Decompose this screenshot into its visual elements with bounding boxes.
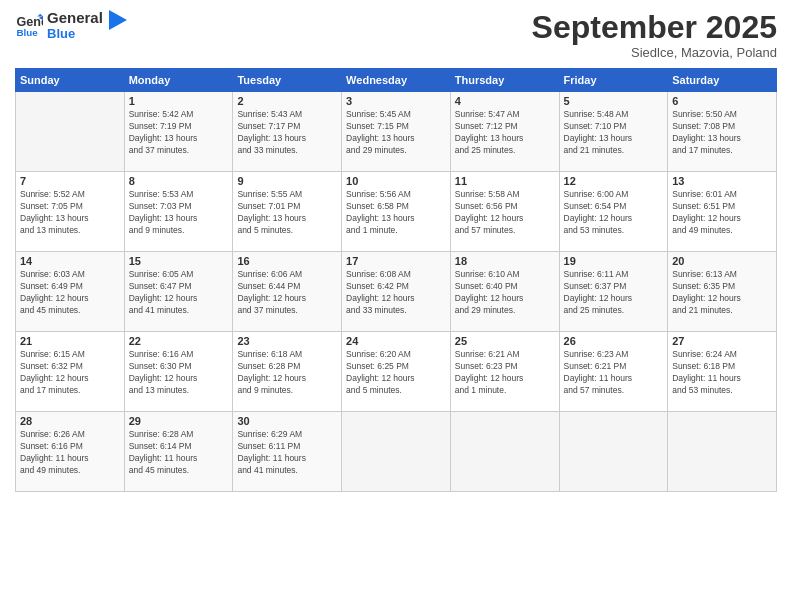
day-info: Sunrise: 6:03 AMSunset: 6:49 PMDaylight:… xyxy=(20,269,120,317)
day-info: Sunrise: 5:45 AMSunset: 7:15 PMDaylight:… xyxy=(346,109,446,157)
day-number: 1 xyxy=(129,95,229,107)
calendar-cell: 17Sunrise: 6:08 AMSunset: 6:42 PMDayligh… xyxy=(342,252,451,332)
day-number: 3 xyxy=(346,95,446,107)
calendar-cell: 21Sunrise: 6:15 AMSunset: 6:32 PMDayligh… xyxy=(16,332,125,412)
page: General Blue General Blue September 2025… xyxy=(0,0,792,612)
day-info: Sunrise: 5:48 AMSunset: 7:10 PMDaylight:… xyxy=(564,109,664,157)
day-info: Sunrise: 6:28 AMSunset: 6:14 PMDaylight:… xyxy=(129,429,229,477)
day-number: 4 xyxy=(455,95,555,107)
day-info: Sunrise: 6:21 AMSunset: 6:23 PMDaylight:… xyxy=(455,349,555,397)
day-info: Sunrise: 6:23 AMSunset: 6:21 PMDaylight:… xyxy=(564,349,664,397)
day-number: 11 xyxy=(455,175,555,187)
day-number: 17 xyxy=(346,255,446,267)
day-info: Sunrise: 5:47 AMSunset: 7:12 PMDaylight:… xyxy=(455,109,555,157)
day-number: 6 xyxy=(672,95,772,107)
calendar-cell: 9Sunrise: 5:55 AMSunset: 7:01 PMDaylight… xyxy=(233,172,342,252)
calendar-cell: 28Sunrise: 6:26 AMSunset: 6:16 PMDayligh… xyxy=(16,412,125,492)
calendar-cell: 15Sunrise: 6:05 AMSunset: 6:47 PMDayligh… xyxy=(124,252,233,332)
day-number: 2 xyxy=(237,95,337,107)
svg-text:Blue: Blue xyxy=(16,28,38,39)
day-number: 25 xyxy=(455,335,555,347)
calendar-header-row: SundayMondayTuesdayWednesdayThursdayFrid… xyxy=(16,69,777,92)
logo-chevron-icon xyxy=(109,10,127,30)
calendar-cell: 24Sunrise: 6:20 AMSunset: 6:25 PMDayligh… xyxy=(342,332,451,412)
day-info: Sunrise: 5:53 AMSunset: 7:03 PMDaylight:… xyxy=(129,189,229,237)
calendar-cell: 12Sunrise: 6:00 AMSunset: 6:54 PMDayligh… xyxy=(559,172,668,252)
calendar-cell: 16Sunrise: 6:06 AMSunset: 6:44 PMDayligh… xyxy=(233,252,342,332)
day-info: Sunrise: 6:20 AMSunset: 6:25 PMDaylight:… xyxy=(346,349,446,397)
day-number: 20 xyxy=(672,255,772,267)
day-number: 5 xyxy=(564,95,664,107)
location-subtitle: Siedlce, Mazovia, Poland xyxy=(532,45,777,60)
calendar-cell: 25Sunrise: 6:21 AMSunset: 6:23 PMDayligh… xyxy=(450,332,559,412)
day-info: Sunrise: 6:08 AMSunset: 6:42 PMDaylight:… xyxy=(346,269,446,317)
logo-text-blue: Blue xyxy=(47,27,103,41)
day-info: Sunrise: 6:00 AMSunset: 6:54 PMDaylight:… xyxy=(564,189,664,237)
calendar-cell: 20Sunrise: 6:13 AMSunset: 6:35 PMDayligh… xyxy=(668,252,777,332)
header-monday: Monday xyxy=(124,69,233,92)
week-row-2: 7Sunrise: 5:52 AMSunset: 7:05 PMDaylight… xyxy=(16,172,777,252)
calendar-cell: 6Sunrise: 5:50 AMSunset: 7:08 PMDaylight… xyxy=(668,92,777,172)
day-number: 22 xyxy=(129,335,229,347)
calendar-cell xyxy=(450,412,559,492)
day-info: Sunrise: 6:26 AMSunset: 6:16 PMDaylight:… xyxy=(20,429,120,477)
header-wednesday: Wednesday xyxy=(342,69,451,92)
calendar-table: SundayMondayTuesdayWednesdayThursdayFrid… xyxy=(15,68,777,492)
calendar-cell: 27Sunrise: 6:24 AMSunset: 6:18 PMDayligh… xyxy=(668,332,777,412)
day-info: Sunrise: 5:55 AMSunset: 7:01 PMDaylight:… xyxy=(237,189,337,237)
day-number: 28 xyxy=(20,415,120,427)
calendar-cell: 10Sunrise: 5:56 AMSunset: 6:58 PMDayligh… xyxy=(342,172,451,252)
calendar-cell: 26Sunrise: 6:23 AMSunset: 6:21 PMDayligh… xyxy=(559,332,668,412)
day-number: 18 xyxy=(455,255,555,267)
week-row-3: 14Sunrise: 6:03 AMSunset: 6:49 PMDayligh… xyxy=(16,252,777,332)
week-row-5: 28Sunrise: 6:26 AMSunset: 6:16 PMDayligh… xyxy=(16,412,777,492)
calendar-cell: 3Sunrise: 5:45 AMSunset: 7:15 PMDaylight… xyxy=(342,92,451,172)
day-number: 8 xyxy=(129,175,229,187)
calendar-cell: 1Sunrise: 5:42 AMSunset: 7:19 PMDaylight… xyxy=(124,92,233,172)
day-info: Sunrise: 5:58 AMSunset: 6:56 PMDaylight:… xyxy=(455,189,555,237)
day-number: 24 xyxy=(346,335,446,347)
logo-text-general: General xyxy=(47,10,103,27)
day-number: 13 xyxy=(672,175,772,187)
calendar-cell: 22Sunrise: 6:16 AMSunset: 6:30 PMDayligh… xyxy=(124,332,233,412)
calendar-cell: 4Sunrise: 5:47 AMSunset: 7:12 PMDaylight… xyxy=(450,92,559,172)
calendar-cell: 29Sunrise: 6:28 AMSunset: 6:14 PMDayligh… xyxy=(124,412,233,492)
header-sunday: Sunday xyxy=(16,69,125,92)
day-info: Sunrise: 6:16 AMSunset: 6:30 PMDaylight:… xyxy=(129,349,229,397)
day-number: 15 xyxy=(129,255,229,267)
week-row-1: 1Sunrise: 5:42 AMSunset: 7:19 PMDaylight… xyxy=(16,92,777,172)
logo-icon: General Blue xyxy=(15,11,43,39)
logo: General Blue General Blue xyxy=(15,10,127,41)
month-title: September 2025 xyxy=(532,10,777,45)
day-info: Sunrise: 6:10 AMSunset: 6:40 PMDaylight:… xyxy=(455,269,555,317)
calendar-cell xyxy=(668,412,777,492)
day-number: 21 xyxy=(20,335,120,347)
day-info: Sunrise: 5:50 AMSunset: 7:08 PMDaylight:… xyxy=(672,109,772,157)
header: General Blue General Blue September 2025… xyxy=(15,10,777,60)
calendar-cell: 13Sunrise: 6:01 AMSunset: 6:51 PMDayligh… xyxy=(668,172,777,252)
day-number: 14 xyxy=(20,255,120,267)
day-info: Sunrise: 6:11 AMSunset: 6:37 PMDaylight:… xyxy=(564,269,664,317)
day-info: Sunrise: 6:05 AMSunset: 6:47 PMDaylight:… xyxy=(129,269,229,317)
calendar-cell xyxy=(559,412,668,492)
calendar-cell xyxy=(16,92,125,172)
calendar-cell: 18Sunrise: 6:10 AMSunset: 6:40 PMDayligh… xyxy=(450,252,559,332)
day-number: 19 xyxy=(564,255,664,267)
calendar-cell: 2Sunrise: 5:43 AMSunset: 7:17 PMDaylight… xyxy=(233,92,342,172)
day-info: Sunrise: 6:13 AMSunset: 6:35 PMDaylight:… xyxy=(672,269,772,317)
day-number: 29 xyxy=(129,415,229,427)
day-number: 12 xyxy=(564,175,664,187)
day-number: 30 xyxy=(237,415,337,427)
calendar-cell: 30Sunrise: 6:29 AMSunset: 6:11 PMDayligh… xyxy=(233,412,342,492)
calendar-cell: 7Sunrise: 5:52 AMSunset: 7:05 PMDaylight… xyxy=(16,172,125,252)
day-info: Sunrise: 6:18 AMSunset: 6:28 PMDaylight:… xyxy=(237,349,337,397)
day-info: Sunrise: 6:06 AMSunset: 6:44 PMDaylight:… xyxy=(237,269,337,317)
day-number: 16 xyxy=(237,255,337,267)
day-number: 26 xyxy=(564,335,664,347)
day-number: 7 xyxy=(20,175,120,187)
header-friday: Friday xyxy=(559,69,668,92)
calendar-cell: 19Sunrise: 6:11 AMSunset: 6:37 PMDayligh… xyxy=(559,252,668,332)
svg-marker-4 xyxy=(109,10,127,30)
calendar-cell: 23Sunrise: 6:18 AMSunset: 6:28 PMDayligh… xyxy=(233,332,342,412)
day-info: Sunrise: 6:29 AMSunset: 6:11 PMDaylight:… xyxy=(237,429,337,477)
